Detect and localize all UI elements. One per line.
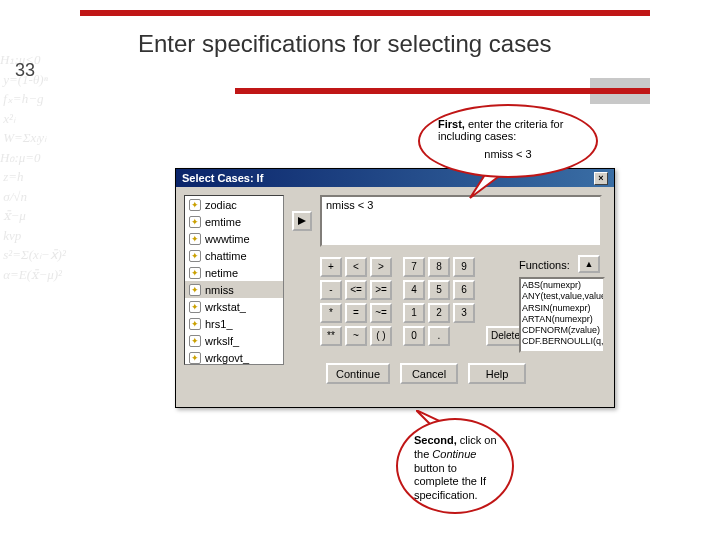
key-~=[interactable]: ~= bbox=[370, 303, 392, 323]
variable-item-hrs1_[interactable]: ✦hrs1_ bbox=[185, 315, 283, 332]
variable-label: emtime bbox=[205, 216, 241, 228]
callout-second-em: Continue bbox=[432, 448, 476, 460]
function-item[interactable]: CDFNORM(zvalue) bbox=[522, 325, 602, 336]
functions-label: Functions: bbox=[519, 259, 570, 271]
close-icon[interactable]: × bbox=[594, 172, 608, 185]
variable-item-wrkstat_[interactable]: ✦wrkstat_ bbox=[185, 298, 283, 315]
cancel-button[interactable]: Cancel bbox=[400, 363, 458, 384]
variable-label: wrkslf_ bbox=[205, 335, 239, 347]
key-4[interactable]: 4 bbox=[403, 280, 425, 300]
callout-second-lead: Second, bbox=[414, 434, 457, 446]
key-not[interactable]: ~ bbox=[345, 326, 367, 346]
variable-item-nmiss[interactable]: ✦nmiss bbox=[185, 281, 283, 298]
key-<[interactable]: < bbox=[345, 257, 367, 277]
continue-button[interactable]: Continue bbox=[326, 363, 390, 384]
key-5[interactable]: 5 bbox=[428, 280, 450, 300]
variable-item-wwwtime[interactable]: ✦wwwtime bbox=[185, 230, 283, 247]
variable-item-netime[interactable]: ✦netime bbox=[185, 264, 283, 281]
key->[interactable]: > bbox=[370, 257, 392, 277]
callout-first-lead: First, bbox=[438, 118, 465, 130]
callout-second: Second, click on the Continue button to … bbox=[396, 418, 514, 514]
scale-icon: ✦ bbox=[189, 233, 201, 245]
callout-first-expr: nmiss < 3 bbox=[438, 148, 578, 160]
scale-icon: ✦ bbox=[189, 199, 201, 211]
function-item[interactable]: ARTAN(numexpr) bbox=[522, 314, 602, 325]
key-power[interactable]: ** bbox=[320, 326, 342, 346]
page-title: Enter specifications for selecting cases bbox=[138, 30, 552, 58]
key-+[interactable]: + bbox=[320, 257, 342, 277]
functions-list[interactable]: ABS(numexpr)ANY(test,value,value,...)ARS… bbox=[519, 277, 605, 353]
expression-input[interactable]: nmiss < 3 bbox=[320, 195, 602, 247]
callout-second-text-b: button to complete the If specification. bbox=[414, 462, 486, 502]
function-item[interactable]: ABS(numexpr) bbox=[522, 280, 602, 291]
variable-label: zodiac bbox=[205, 199, 237, 211]
key-9[interactable]: 9 bbox=[453, 257, 475, 277]
callout-first: First, enter the criteria for including … bbox=[418, 104, 598, 178]
key-7[interactable]: 7 bbox=[403, 257, 425, 277]
variable-label: wrkgovt_ bbox=[205, 352, 249, 364]
key-paren[interactable]: ( ) bbox=[370, 326, 392, 346]
key--[interactable]: - bbox=[320, 280, 342, 300]
scale-icon: ✦ bbox=[189, 301, 201, 313]
key-3[interactable]: 3 bbox=[453, 303, 475, 323]
triangle-right-icon bbox=[297, 216, 307, 226]
function-item[interactable]: ARSIN(numexpr) bbox=[522, 303, 602, 314]
math-background: H₁:μ<0 y=(1-θ)ⁿ fₓ=h−g x²ᵢ W=Σxᵢyᵢ H₀:μ=… bbox=[0, 50, 85, 420]
function-item[interactable]: CDF.BERNOULLI(q,p) bbox=[522, 336, 602, 347]
decor-bar-top bbox=[80, 10, 650, 16]
key-=[interactable]: = bbox=[345, 303, 367, 323]
scale-icon: ✦ bbox=[189, 335, 201, 347]
calculator-keypad: +<>789-<=>=456*=~=123**~( )0.Delete bbox=[320, 257, 515, 353]
variable-label: hrs1_ bbox=[205, 318, 233, 330]
scale-icon: ✦ bbox=[189, 352, 201, 364]
variable-label: chattime bbox=[205, 250, 247, 262]
variable-item-wrkslf_[interactable]: ✦wrkslf_ bbox=[185, 332, 283, 349]
variable-list[interactable]: ✦zodiac✦emtime✦wwwtime✦chattime✦netime✦n… bbox=[184, 195, 284, 365]
key-2[interactable]: 2 bbox=[428, 303, 450, 323]
key-*[interactable]: * bbox=[320, 303, 342, 323]
help-button[interactable]: Help bbox=[468, 363, 526, 384]
svg-marker-2 bbox=[298, 217, 306, 225]
key-1[interactable]: 1 bbox=[403, 303, 425, 323]
function-up-button[interactable]: ▲ bbox=[578, 255, 600, 273]
scale-icon: ✦ bbox=[189, 216, 201, 228]
variable-item-wrkgovt_[interactable]: ✦wrkgovt_ bbox=[185, 349, 283, 365]
dialog-title: Select Cases: If bbox=[182, 172, 263, 184]
key-8[interactable]: 8 bbox=[428, 257, 450, 277]
variable-label: wrkstat_ bbox=[205, 301, 246, 313]
key-6[interactable]: 6 bbox=[453, 280, 475, 300]
variable-label: wwwtime bbox=[205, 233, 250, 245]
page-number: 33 bbox=[15, 60, 35, 81]
key-<=[interactable]: <= bbox=[345, 280, 367, 300]
scale-icon: ✦ bbox=[189, 267, 201, 279]
key->=[interactable]: >= bbox=[370, 280, 392, 300]
key-0[interactable]: 0 bbox=[403, 326, 425, 346]
scale-icon: ✦ bbox=[189, 284, 201, 296]
scale-icon: ✦ bbox=[189, 250, 201, 262]
move-right-button[interactable] bbox=[292, 211, 312, 231]
variable-label: nmiss bbox=[205, 284, 234, 296]
function-item[interactable]: ANY(test,value,value,...) bbox=[522, 291, 602, 302]
variable-item-zodiac[interactable]: ✦zodiac bbox=[185, 196, 283, 213]
scale-icon: ✦ bbox=[189, 318, 201, 330]
variable-item-chattime[interactable]: ✦chattime bbox=[185, 247, 283, 264]
key-dot[interactable]: . bbox=[428, 326, 450, 346]
variable-item-emtime[interactable]: ✦emtime bbox=[185, 213, 283, 230]
select-cases-if-dialog: Select Cases: If × ✦zodiac✦emtime✦wwwtim… bbox=[175, 168, 615, 408]
variable-label: netime bbox=[205, 267, 238, 279]
decor-bar-mid bbox=[235, 88, 650, 94]
